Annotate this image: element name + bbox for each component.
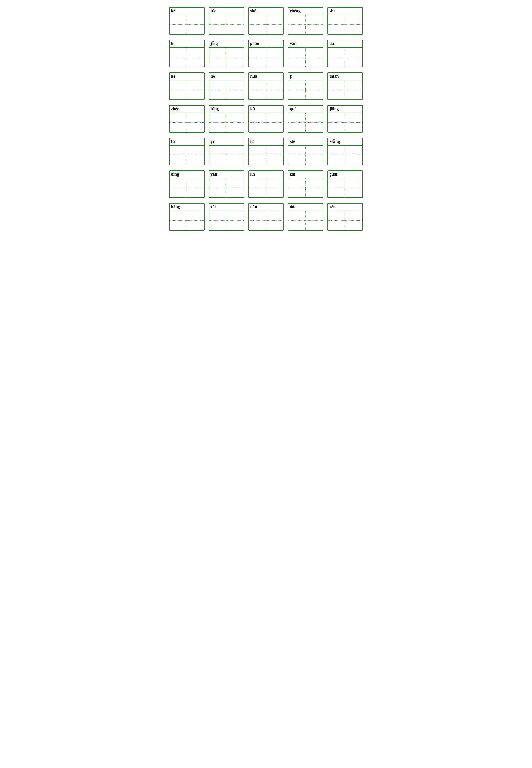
card-body xyxy=(209,146,244,165)
character-card: nán xyxy=(248,203,284,231)
card-cell xyxy=(345,90,362,99)
card-cell xyxy=(328,146,345,155)
card-cell xyxy=(345,122,362,132)
card-body xyxy=(249,178,283,198)
card-body xyxy=(288,15,323,34)
card-cell xyxy=(226,221,244,230)
card-label: shōu xyxy=(249,8,283,15)
card-cell xyxy=(328,113,345,122)
character-card: miàn xyxy=(327,72,363,100)
card-body xyxy=(170,15,204,34)
card-cell xyxy=(187,221,204,230)
card-cell xyxy=(209,178,227,188)
card-cell xyxy=(288,90,306,99)
character-card: lín xyxy=(248,170,284,198)
character-card: zāi xyxy=(209,203,244,231)
card-cell xyxy=(170,80,187,90)
card-cell xyxy=(170,113,187,122)
card-cell xyxy=(249,113,266,122)
card-cell xyxy=(306,188,323,198)
card-cell xyxy=(288,57,306,67)
card-body xyxy=(288,211,323,230)
card-cell xyxy=(209,146,227,155)
card-cell xyxy=(249,146,266,155)
character-card: huà xyxy=(248,72,284,100)
character-card: shōu xyxy=(248,7,284,35)
card-label: huà xyxy=(249,73,283,80)
character-card: chéng xyxy=(288,7,323,35)
card-cell xyxy=(328,80,345,90)
character-card: hóng xyxy=(169,203,205,231)
card-cell xyxy=(328,90,345,99)
card-cell xyxy=(345,178,362,188)
card-cell xyxy=(209,80,227,90)
character-card: yán xyxy=(288,40,323,67)
card-cell xyxy=(187,188,204,198)
card-cell xyxy=(288,188,306,198)
card-label: miàn xyxy=(328,73,362,80)
card-label: yè xyxy=(209,138,244,146)
card-label: dá xyxy=(328,40,362,48)
card-body xyxy=(209,178,244,198)
card-body xyxy=(170,211,204,230)
card-cell xyxy=(249,155,266,165)
card-cell xyxy=(170,146,187,155)
card-body xyxy=(328,80,362,99)
card-cell xyxy=(306,15,323,25)
card-label: lín xyxy=(249,171,283,178)
card-cell xyxy=(266,221,283,230)
card-cell xyxy=(209,15,227,25)
card-cell xyxy=(170,211,187,221)
card-cell xyxy=(249,178,266,188)
card-cell xyxy=(170,188,187,198)
card-body xyxy=(209,211,244,230)
card-cell xyxy=(249,188,266,198)
card-cell xyxy=(288,221,306,230)
character-card: què xyxy=(288,105,323,132)
card-cell xyxy=(328,25,345,34)
card-cell xyxy=(288,122,306,132)
card-cell xyxy=(226,146,244,155)
character-card: hē xyxy=(209,72,244,100)
card-label: lǎo xyxy=(209,8,244,15)
card-cell xyxy=(170,178,187,188)
card-cell xyxy=(187,155,204,165)
card-cell xyxy=(249,80,266,90)
card-cell xyxy=(288,178,306,188)
card-cell xyxy=(306,122,323,132)
character-card: jì xyxy=(288,72,323,100)
character-card: zhèn xyxy=(169,105,205,132)
card-cell xyxy=(266,155,283,165)
card-cell xyxy=(306,221,323,230)
character-card: lǎng xyxy=(209,105,244,132)
card-cell xyxy=(209,113,227,122)
card-body xyxy=(170,48,204,67)
card-body xyxy=(328,211,362,230)
card-cell xyxy=(306,113,323,122)
card-cell xyxy=(209,25,227,34)
character-card: dīng xyxy=(169,170,205,198)
card-body xyxy=(249,146,283,165)
character-card: shì xyxy=(327,7,363,35)
character-card: kū xyxy=(248,105,284,132)
card-cell xyxy=(306,25,323,34)
character-card: xiè xyxy=(288,138,323,165)
card-body xyxy=(288,48,323,67)
card-cell xyxy=(226,178,244,188)
card-cell xyxy=(226,25,244,34)
card-cell xyxy=(306,57,323,67)
card-cell xyxy=(306,90,323,99)
card-cell xyxy=(170,155,187,165)
card-body xyxy=(209,15,244,34)
card-cell xyxy=(226,211,244,221)
card-cell xyxy=(288,113,306,122)
card-body xyxy=(209,48,244,67)
card-cell xyxy=(226,113,244,122)
card-body xyxy=(288,113,323,132)
character-grid: kèlǎoshōuchéngshìlìjǐngguānyándákěhēhuàj… xyxy=(169,7,363,231)
card-label: kè xyxy=(170,8,204,15)
card-cell xyxy=(170,57,187,67)
card-label: guān xyxy=(249,40,283,48)
card-cell xyxy=(266,57,283,67)
card-label: kē xyxy=(249,138,283,146)
